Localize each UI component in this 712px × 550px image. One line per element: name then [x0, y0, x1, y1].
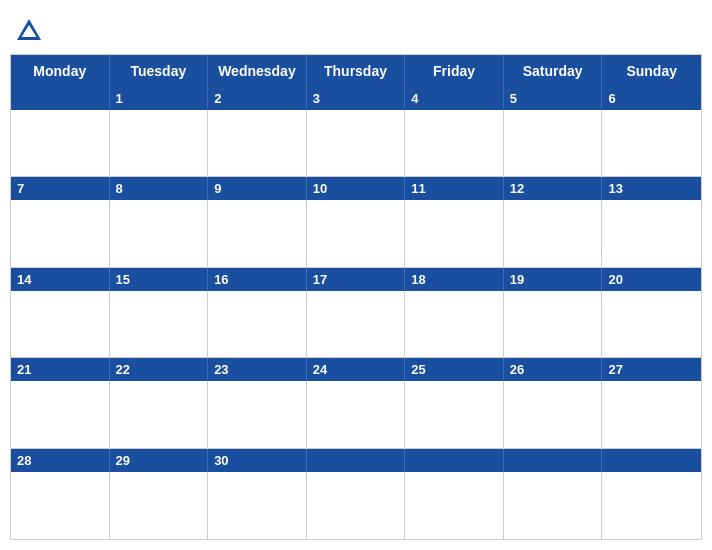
date-number-cell-4-5 — [504, 449, 603, 472]
content-cell-3-6 — [602, 381, 701, 448]
content-cell-1-5 — [504, 200, 603, 267]
week-block-2: 14151617181920 — [11, 268, 701, 358]
content-cell-1-0 — [11, 200, 110, 267]
date-number-cell-4-3 — [307, 449, 406, 472]
day-header-tuesday: Tuesday — [110, 55, 209, 87]
week-block-3: 21222324252627 — [11, 358, 701, 448]
calendar-header — [10, 10, 702, 54]
content-cell-0-1 — [110, 110, 209, 177]
content-cell-3-2 — [208, 381, 307, 448]
date-number-cell-4-6 — [602, 449, 701, 472]
week-block-0: 123456 — [11, 87, 701, 177]
content-cell-3-5 — [504, 381, 603, 448]
day-header-wednesday: Wednesday — [208, 55, 307, 87]
content-cell-2-2 — [208, 291, 307, 358]
date-number-cell-4-1: 29 — [110, 449, 209, 472]
date-number-cell-1-3: 10 — [307, 177, 406, 200]
content-cell-0-3 — [307, 110, 406, 177]
content-cell-4-3 — [307, 472, 406, 539]
content-cell-4-5 — [504, 472, 603, 539]
date-number-cell-2-1: 15 — [110, 268, 209, 291]
date-number-cell-2-2: 16 — [208, 268, 307, 291]
day-header-friday: Friday — [405, 55, 504, 87]
day-headers-row: MondayTuesdayWednesdayThursdayFridaySatu… — [11, 55, 701, 87]
date-number-cell-0-4: 4 — [405, 87, 504, 110]
content-cell-0-4 — [405, 110, 504, 177]
date-number-cell-1-0: 7 — [11, 177, 110, 200]
day-header-monday: Monday — [11, 55, 110, 87]
content-cell-2-4 — [405, 291, 504, 358]
content-cell-1-1 — [110, 200, 209, 267]
content-cell-3-1 — [110, 381, 209, 448]
week-content-row-2 — [11, 291, 701, 358]
content-cell-1-3 — [307, 200, 406, 267]
date-number-cell-1-1: 8 — [110, 177, 209, 200]
content-cell-3-0 — [11, 381, 110, 448]
content-cell-3-3 — [307, 381, 406, 448]
content-cell-4-6 — [602, 472, 701, 539]
calendar-grid: MondayTuesdayWednesdayThursdayFridaySatu… — [10, 54, 702, 540]
week-content-row-3 — [11, 381, 701, 448]
date-number-cell-0-2: 2 — [208, 87, 307, 110]
date-number-cell-0-1: 1 — [110, 87, 209, 110]
day-header-sunday: Sunday — [602, 55, 701, 87]
date-number-cell-0-6: 6 — [602, 87, 701, 110]
date-number-cell-2-3: 17 — [307, 268, 406, 291]
date-number-cell-1-2: 9 — [208, 177, 307, 200]
date-number-cell-3-6: 27 — [602, 358, 701, 381]
content-cell-3-4 — [405, 381, 504, 448]
date-number-cell-0-5: 5 — [504, 87, 603, 110]
content-cell-0-6 — [602, 110, 701, 177]
week-date-row-2: 14151617181920 — [11, 268, 701, 291]
date-number-cell-3-5: 26 — [504, 358, 603, 381]
day-header-thursday: Thursday — [307, 55, 406, 87]
content-cell-2-3 — [307, 291, 406, 358]
logo-icon — [14, 16, 44, 46]
date-number-cell-1-4: 11 — [405, 177, 504, 200]
content-cell-2-5 — [504, 291, 603, 358]
date-number-cell-0-0 — [11, 87, 110, 110]
content-cell-4-1 — [110, 472, 209, 539]
content-cell-2-6 — [602, 291, 701, 358]
content-cell-0-0 — [11, 110, 110, 177]
content-cell-4-4 — [405, 472, 504, 539]
date-number-cell-2-5: 19 — [504, 268, 603, 291]
content-cell-1-6 — [602, 200, 701, 267]
content-cell-1-4 — [405, 200, 504, 267]
week-date-row-1: 78910111213 — [11, 177, 701, 200]
content-cell-4-0 — [11, 472, 110, 539]
date-number-cell-3-0: 21 — [11, 358, 110, 381]
date-number-cell-1-6: 13 — [602, 177, 701, 200]
week-content-row-0 — [11, 110, 701, 177]
content-cell-1-2 — [208, 200, 307, 267]
logo — [14, 16, 48, 46]
date-number-cell-2-4: 18 — [405, 268, 504, 291]
week-block-4: 282930 — [11, 449, 701, 539]
date-number-cell-4-0: 28 — [11, 449, 110, 472]
content-cell-2-1 — [110, 291, 209, 358]
week-date-row-0: 123456 — [11, 87, 701, 110]
date-number-cell-3-2: 23 — [208, 358, 307, 381]
date-number-cell-1-5: 12 — [504, 177, 603, 200]
week-block-1: 78910111213 — [11, 177, 701, 267]
date-number-cell-4-2: 30 — [208, 449, 307, 472]
date-number-cell-3-4: 25 — [405, 358, 504, 381]
week-date-row-4: 282930 — [11, 449, 701, 472]
calendar-body: 1234567891011121314151617181920212223242… — [11, 87, 701, 539]
date-number-cell-3-3: 24 — [307, 358, 406, 381]
content-cell-0-5 — [504, 110, 603, 177]
date-number-cell-4-4 — [405, 449, 504, 472]
week-content-row-1 — [11, 200, 701, 267]
content-cell-0-2 — [208, 110, 307, 177]
content-cell-2-0 — [11, 291, 110, 358]
day-header-saturday: Saturday — [504, 55, 603, 87]
date-number-cell-0-3: 3 — [307, 87, 406, 110]
date-number-cell-3-1: 22 — [110, 358, 209, 381]
week-content-row-4 — [11, 472, 701, 539]
week-date-row-3: 21222324252627 — [11, 358, 701, 381]
date-number-cell-2-6: 20 — [602, 268, 701, 291]
content-cell-4-2 — [208, 472, 307, 539]
date-number-cell-2-0: 14 — [11, 268, 110, 291]
